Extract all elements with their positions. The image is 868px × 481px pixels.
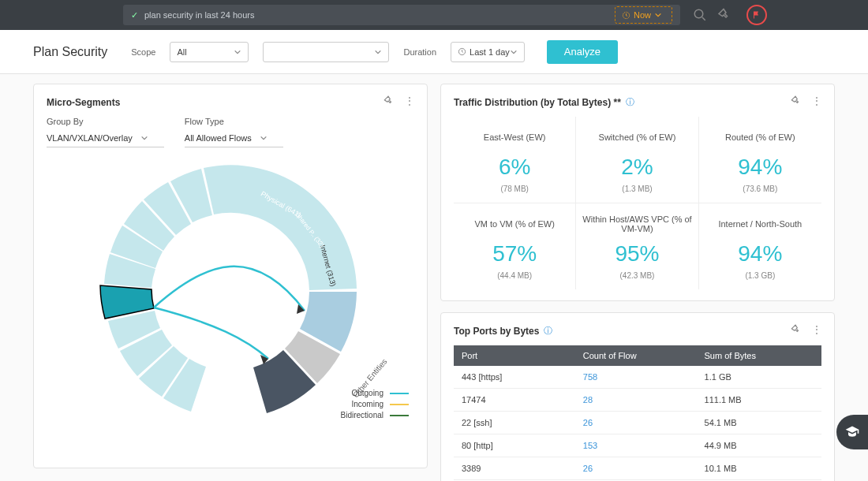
- more-icon[interactable]: ⋮: [812, 95, 821, 109]
- card-title: Traffic Distribution (by Total Bytes) **: [454, 97, 621, 108]
- count-cell[interactable]: 28: [575, 389, 697, 412]
- traffic-sub: (73.6 MB): [705, 185, 815, 193]
- duration-select[interactable]: Last 1 day: [451, 42, 525, 62]
- table-row[interactable]: 443 [https]7581.1 GB: [454, 366, 821, 389]
- port-cell: 17474: [454, 389, 575, 412]
- chevron-down-icon: [140, 134, 148, 142]
- chevron-down-icon: [654, 11, 662, 19]
- top-ports-table: Port Count of Flow Sum of Bytes 443 [htt…: [454, 345, 821, 481]
- count-cell[interactable]: 758: [575, 366, 697, 389]
- donut-chart[interactable]: CMBU-SDD.. (11) Universa.. (2) sddc-cgw.…: [65, 154, 396, 422]
- svg-point-1: [694, 9, 703, 18]
- group-by-label: Group By: [47, 117, 164, 126]
- flow-type-select[interactable]: All Allowed Flows: [185, 129, 283, 147]
- analyze-button[interactable]: Analyze: [547, 40, 618, 64]
- traffic-sub: (42.3 MB): [582, 271, 691, 280]
- flow-line: [154, 267, 305, 311]
- traffic-sub: (78 MB): [460, 185, 569, 193]
- scope-select-2[interactable]: [263, 42, 389, 62]
- traffic-label: Within Host/AWS VPC (% of VM-VM): [582, 213, 691, 235]
- help-graduation-icon[interactable]: [836, 415, 868, 449]
- bytes-cell: 1.1 GB: [697, 366, 821, 389]
- page-title: Plan Security: [33, 45, 107, 59]
- micro-segments-card: Micro-Segments ⋮ Group By VLAN/VXLAN/Ove…: [33, 84, 428, 468]
- traffic-label: Internet / North-South: [705, 213, 815, 235]
- traffic-value: 95%: [582, 241, 691, 267]
- col-port: Port: [454, 345, 575, 366]
- traffic-value: 94%: [705, 241, 815, 267]
- bytes-cell: 111.1 MB: [697, 389, 821, 412]
- pin-icon[interactable]: [383, 95, 394, 109]
- traffic-cell: Switched (% of EW)2%(1.3 MB): [576, 117, 698, 203]
- traffic-cell: Within Host/AWS VPC (% of VM-VM)95%(42.3…: [576, 203, 698, 289]
- traffic-cell: VM to VM (% of EW)57%(44.4 MB): [454, 203, 576, 289]
- port-cell: 3389: [454, 457, 575, 480]
- group-by-select[interactable]: VLAN/VXLAN/Overlay: [47, 129, 164, 147]
- port-cell: 80 [http]: [454, 434, 575, 457]
- flow-type-label: Flow Type: [185, 117, 283, 126]
- count-cell[interactable]: 26: [575, 457, 697, 480]
- count-cell[interactable]: 153: [575, 434, 697, 457]
- table-row[interactable]: 1747428111.1 MB: [454, 389, 821, 412]
- traffic-cell: East-West (EW)6%(78 MB): [454, 117, 576, 203]
- table-row[interactable]: 80 [http]15344.9 MB: [454, 434, 821, 457]
- bytes-cell: 54.1 MB: [697, 412, 821, 434]
- chevron-down-icon: [234, 48, 241, 56]
- traffic-label: VM to VM (% of EW): [460, 213, 569, 235]
- clock-icon: [458, 47, 466, 56]
- info-icon[interactable]: ⓘ: [626, 96, 634, 108]
- traffic-cell: Routed (% of EW)94%(73.6 MB): [699, 117, 821, 203]
- card-title: Top Ports by Bytes: [454, 326, 539, 337]
- pin-icon[interactable]: [716, 8, 731, 22]
- traffic-value: 2%: [582, 155, 691, 180]
- global-search[interactable]: ✓ plan security in last 24 hours Now: [123, 5, 680, 25]
- col-bytes: Sum of Bytes: [697, 345, 821, 366]
- more-icon[interactable]: ⋮: [405, 95, 414, 109]
- traffic-value: 6%: [460, 155, 569, 180]
- top-ports-card: Top Ports by Bytes ⓘ ⋮ Port Count of Flo…: [440, 312, 835, 481]
- count-cell[interactable]: 26: [575, 412, 697, 434]
- table-row[interactable]: 33892610.1 MB: [454, 457, 821, 480]
- pin-icon[interactable]: [790, 324, 801, 337]
- traffic-value: 57%: [460, 241, 569, 267]
- card-title: Micro-Segments: [47, 97, 120, 108]
- clock-dashed-icon: [622, 11, 630, 20]
- traffic-value: 94%: [705, 155, 815, 180]
- port-cell: 22 [ssh]: [454, 412, 575, 434]
- traffic-sub: (1.3 MB): [582, 185, 691, 193]
- search-text: plan security in last 24 hours: [144, 10, 254, 20]
- traffic-label: Routed (% of EW): [705, 126, 815, 148]
- bytes-cell: 10.1 MB: [697, 457, 821, 480]
- duration-label: Duration: [403, 47, 436, 57]
- traffic-label: East-West (EW): [460, 126, 569, 148]
- more-icon[interactable]: ⋮: [812, 324, 821, 337]
- traffic-sub: (1.3 GB): [705, 271, 815, 280]
- search-icon[interactable]: [693, 8, 707, 22]
- chevron-down-icon: [260, 134, 268, 142]
- scope-select-1[interactable]: All: [170, 42, 249, 62]
- scope-label: Scope: [131, 47, 155, 57]
- pin-icon[interactable]: [790, 95, 801, 109]
- info-icon[interactable]: ⓘ: [544, 325, 552, 337]
- table-row[interactable]: 22 [ssh]2654.1 MB: [454, 412, 821, 434]
- bytes-cell: 44.9 MB: [697, 434, 821, 457]
- alert-flag-icon[interactable]: [746, 5, 767, 25]
- port-cell: 443 [https]: [454, 366, 575, 389]
- time-now-button[interactable]: Now: [615, 6, 672, 24]
- chevron-down-icon: [510, 48, 518, 56]
- traffic-cell: Internet / North-South94%(1.3 GB): [699, 203, 821, 289]
- traffic-distribution-card: Traffic Distribution (by Total Bytes) **…: [440, 84, 835, 301]
- donut-legend: Outgoing Incoming Bidirectional: [341, 389, 409, 422]
- traffic-label: Switched (% of EW): [582, 126, 691, 148]
- chevron-down-icon: [374, 48, 382, 56]
- col-count: Count of Flow: [575, 345, 697, 366]
- traffic-sub: (44.4 MB): [460, 271, 569, 280]
- check-icon: ✓: [131, 10, 138, 21]
